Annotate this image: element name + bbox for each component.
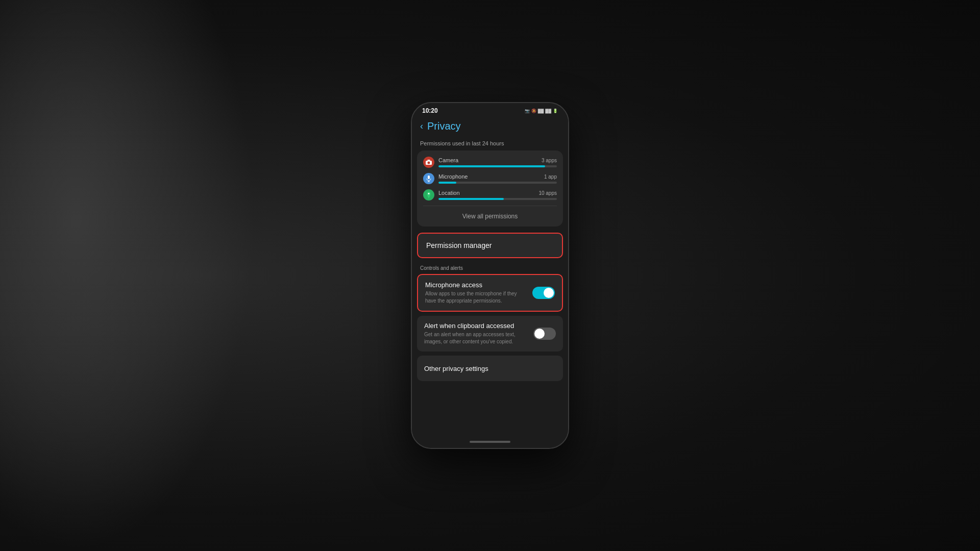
camera-bar-fill	[438, 165, 545, 167]
svg-rect-2	[428, 160, 430, 161]
clipboard-toggle-knob	[534, 329, 545, 339]
microphone-access-left: Microphone access Allow apps to use the …	[425, 281, 527, 305]
camera-perm-header: Camera 3 apps	[438, 157, 557, 163]
status-time: 10:20	[422, 107, 438, 114]
location-permission-row: Location 10 apps	[423, 189, 557, 201]
location-perm-count: 10 apps	[538, 190, 557, 196]
svg-rect-3	[428, 176, 430, 179]
battery-icon: 🔋	[553, 109, 558, 113]
location-bar-fill	[438, 198, 504, 200]
page-title: Privacy	[427, 120, 461, 132]
other-privacy-button[interactable]: Other privacy settings	[417, 356, 563, 381]
permissions-section-label: Permissions used in last 24 hours	[417, 138, 563, 151]
mic-bar-bg	[438, 182, 557, 184]
camera-permission-row: Camera 3 apps	[423, 157, 557, 168]
microphone-access-item: Microphone access Allow apps to use the …	[417, 274, 563, 312]
other-privacy-label: Other privacy settings	[424, 365, 488, 372]
view-all-label[interactable]: View all permissions	[462, 213, 518, 220]
background-object	[0, 0, 255, 551]
home-bar	[470, 441, 510, 443]
microphone-access-toggle[interactable]	[532, 287, 555, 299]
camera-perm-name: Camera	[438, 157, 458, 163]
mic-perm-count: 1 app	[544, 174, 557, 180]
header: ‹ Privacy	[412, 116, 568, 138]
location-perm-details: Location 10 apps	[438, 190, 557, 200]
signal-icon: ▓▓	[545, 109, 551, 113]
camera-indicator-icon: 📷	[525, 109, 530, 113]
clipboard-alert-left: Alert when clipboard accessed Get an ale…	[424, 322, 528, 345]
camera-bar-bg	[438, 165, 557, 167]
status-icons: 📷 🔕 ▓▓ ▓▓ 🔋	[525, 109, 558, 113]
clipboard-alert-item: Alert when clipboard accessed Get an ale…	[417, 316, 563, 352]
clipboard-alert-toggle[interactable]	[533, 328, 556, 340]
svg-point-6	[428, 193, 430, 194]
clipboard-alert-desc: Get an alert when an app accesses text, …	[424, 331, 528, 345]
permission-manager-button[interactable]: Permission manager	[417, 233, 563, 258]
clipboard-alert-title: Alert when clipboard accessed	[424, 322, 528, 330]
location-bar-bg	[438, 198, 557, 200]
wifi-icon: ▓▓	[538, 109, 544, 113]
microphone-access-title: Microphone access	[425, 281, 527, 289]
back-button[interactable]: ‹	[420, 121, 423, 132]
microphone-permission-row: Microphone 1 app	[423, 173, 557, 184]
microphone-access-desc: Allow apps to use the microphone if they…	[425, 290, 527, 305]
location-perm-name: Location	[438, 190, 460, 196]
camera-perm-count: 3 apps	[542, 158, 557, 163]
phone-frame: 10:20 📷 🔕 ▓▓ ▓▓ 🔋 ‹ Privacy Permissions …	[411, 102, 569, 449]
scroll-content: Permissions used in last 24 hours Camera…	[412, 138, 568, 436]
permissions-card: Camera 3 apps	[417, 151, 563, 227]
mic-bar-fill	[438, 182, 456, 184]
mute-icon: 🔕	[531, 109, 536, 113]
mic-perm-header: Microphone 1 app	[438, 173, 557, 180]
status-bar: 10:20 📷 🔕 ▓▓ ▓▓ 🔋	[412, 103, 568, 116]
location-icon	[423, 189, 434, 201]
view-all-row[interactable]: View all permissions	[423, 206, 557, 220]
svg-point-1	[428, 162, 430, 164]
microphone-icon	[423, 173, 434, 184]
mic-perm-details: Microphone 1 app	[438, 173, 557, 184]
controls-section-label: Controls and alerts	[417, 263, 563, 274]
home-indicator	[412, 436, 568, 448]
camera-perm-details: Camera 3 apps	[438, 157, 557, 167]
location-perm-header: Location 10 apps	[438, 190, 557, 196]
toggle-knob	[544, 288, 554, 298]
permission-manager-label: Permission manager	[426, 241, 492, 249]
mic-perm-name: Microphone	[438, 173, 468, 180]
camera-icon	[423, 157, 434, 168]
